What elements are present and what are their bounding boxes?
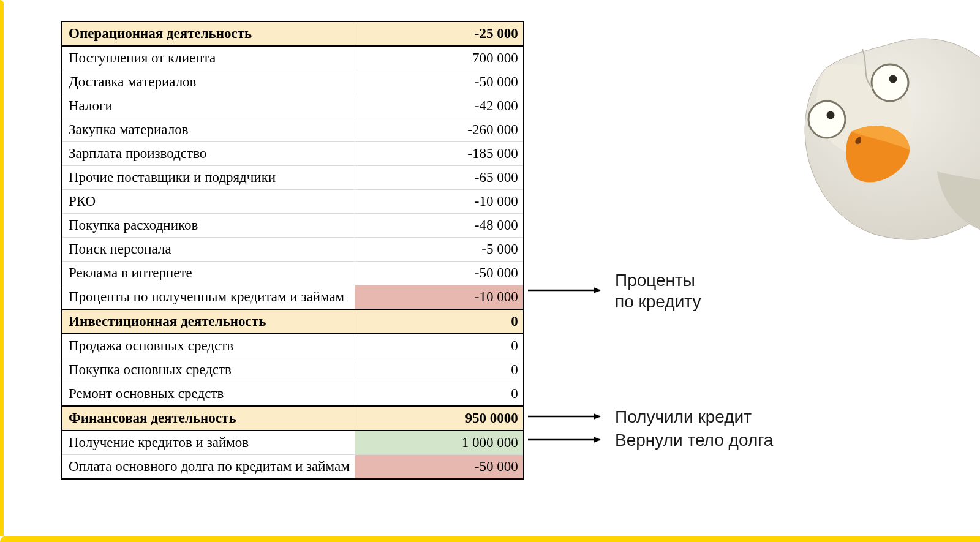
table-row: Зарплата производство-185 000 [62, 142, 524, 166]
row-value: 1 000 000 [355, 431, 524, 455]
table-row: Поступления от клиента700 000 [62, 46, 524, 70]
row-label: Реклама в интернете [62, 262, 355, 285]
table-row: Закупка материалов-260 000 [62, 118, 524, 142]
row-value: -50 000 [355, 262, 524, 285]
row-value: -10 000 [355, 285, 524, 310]
section-title: Операционная деятельность [62, 21, 355, 46]
table-row-interest: Проценты по полученным кредитам и займам… [62, 285, 524, 310]
table-row: Покупка расходников-48 000 [62, 214, 524, 238]
row-value: -260 000 [355, 118, 524, 142]
row-value: -50 000 [355, 455, 524, 480]
row-value: -65 000 [355, 166, 524, 190]
row-label: Ремонт основных средств [62, 382, 355, 407]
row-label: Налоги [62, 94, 355, 118]
svg-point-0 [809, 101, 845, 138]
section-operating: Операционная деятельность -25 000 [62, 21, 524, 46]
svg-point-1 [827, 111, 835, 119]
table-row: Прочие поставщики и подрядчики-65 000 [62, 166, 524, 190]
table-row: Налоги-42 000 [62, 94, 524, 118]
row-value: -10 000 [355, 190, 524, 214]
table-row: Продажа основных средств0 [62, 334, 524, 358]
table-row: РКО-10 000 [62, 190, 524, 214]
bird-illustration-icon [753, 31, 980, 263]
row-value: 700 000 [355, 46, 524, 70]
svg-point-3 [889, 75, 897, 83]
table-row: Ремонт основных средств0 [62, 382, 524, 407]
table-row: Реклама в интернете-50 000 [62, 262, 524, 285]
row-label: Поступления от клиента [62, 46, 355, 70]
section-total: 950 0000 [355, 406, 524, 431]
row-value: 0 [355, 382, 524, 407]
row-label: Оплата основного долга по кредитам и зай… [62, 455, 355, 480]
row-label: Закупка материалов [62, 118, 355, 142]
row-label: Покупка расходников [62, 214, 355, 238]
row-label: Продажа основных средств [62, 334, 355, 358]
row-value: 0 [355, 334, 524, 358]
row-label: Покупка основных средств [62, 358, 355, 382]
cashflow-table: Операционная деятельность -25 000 Поступ… [61, 21, 524, 480]
page-accent-bottom [0, 536, 980, 542]
row-value: -48 000 [355, 214, 524, 238]
row-label: Поиск персонала [62, 238, 355, 262]
section-total: -25 000 [355, 21, 524, 46]
row-label: Проценты по полученным кредитам и займам [62, 285, 355, 310]
section-total: 0 [355, 309, 524, 334]
svg-point-2 [872, 64, 908, 101]
row-value: -50 000 [355, 70, 524, 94]
section-title: Финансовая деятельность [62, 406, 355, 431]
page-accent-left [0, 0, 4, 536]
section-title: Инвестиционная деятельность [62, 309, 355, 334]
row-value: -42 000 [355, 94, 524, 118]
table-row: Доставка материалов-50 000 [62, 70, 524, 94]
row-value: -5 000 [355, 238, 524, 262]
row-value: 0 [355, 358, 524, 382]
table-row-loan-received: Получение кредитов и займов1 000 000 [62, 431, 524, 455]
section-financing: Финансовая деятельность 950 0000 [62, 406, 524, 431]
table-row: Покупка основных средств0 [62, 358, 524, 382]
row-value: -185 000 [355, 142, 524, 166]
row-label: Получение кредитов и займов [62, 431, 355, 455]
table-row-loan-body-paid: Оплата основного долга по кредитам и зай… [62, 455, 524, 480]
row-label: Доставка материалов [62, 70, 355, 94]
section-investing: Инвестиционная деятельность 0 [62, 309, 524, 334]
table-row: Поиск персонала-5 000 [62, 238, 524, 262]
row-label: РКО [62, 190, 355, 214]
row-label: Прочие поставщики и подрядчики [62, 166, 355, 190]
row-label: Зарплата производство [62, 142, 355, 166]
